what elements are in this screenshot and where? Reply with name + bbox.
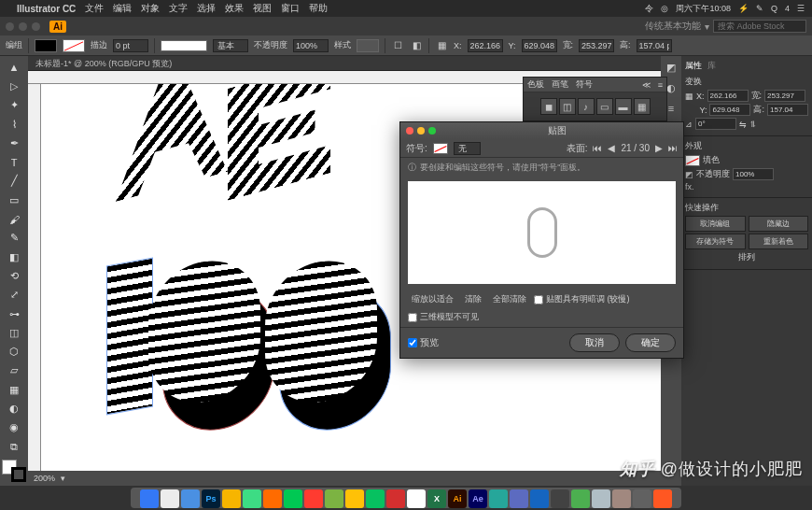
prev-surface-icon[interactable]: ◀ xyxy=(608,143,615,153)
status-input-icon[interactable]: ◎ xyxy=(661,4,668,13)
stock-search-input[interactable] xyxy=(713,20,806,33)
pencil-tool[interactable]: ✎ xyxy=(2,230,26,247)
dock-app-icon[interactable] xyxy=(653,489,672,508)
dock-app-icon[interactable] xyxy=(325,489,343,508)
ok-button[interactable]: 确定 xyxy=(625,333,676,352)
dock-app-icon[interactable] xyxy=(222,489,241,508)
ruler-vertical[interactable] xyxy=(28,84,41,471)
traffic-lights[interactable] xyxy=(6,22,40,31)
menu-select[interactable]: 选择 xyxy=(197,2,216,15)
profile-dropdown[interactable]: 基本 xyxy=(213,39,248,52)
first-surface-icon[interactable]: ⏮ xyxy=(593,143,602,153)
flip-h-icon[interactable]: ⇋ xyxy=(739,120,747,129)
selection-tool[interactable]: ▲ xyxy=(2,59,26,76)
tab-brushes[interactable]: 画笔 xyxy=(552,78,568,91)
eraser-tool[interactable]: ◧ xyxy=(2,248,26,265)
preview-checkbox[interactable]: 预览 xyxy=(408,336,439,349)
menu-view[interactable]: 视图 xyxy=(253,2,272,15)
sym-btn[interactable]: ◫ xyxy=(559,98,576,115)
invisible-checkbox[interactable]: 三维模型不可见 xyxy=(408,311,479,323)
recolor-button[interactable]: 重新着色 xyxy=(749,234,809,249)
free-transform-tool[interactable]: ◫ xyxy=(2,324,26,341)
y-input[interactable] xyxy=(522,39,557,52)
shape-builder-tool[interactable]: ⬡ xyxy=(2,343,26,360)
zoom-level[interactable]: 200% xyxy=(34,474,55,483)
prev-icon[interactable]: ≪ xyxy=(642,80,651,90)
sym-btn[interactable]: ▭ xyxy=(596,98,613,115)
dock-app-icon[interactable] xyxy=(633,489,651,508)
opacity-input[interactable] xyxy=(293,39,329,52)
fill-swatch[interactable] xyxy=(35,39,57,52)
appearance-opacity-input[interactable] xyxy=(733,168,774,180)
status-menu-icon[interactable]: ☰ xyxy=(797,4,805,13)
clear-button[interactable]: 清除 xyxy=(461,291,485,307)
hide-edges-button[interactable]: 隐藏边 xyxy=(749,216,809,232)
next-surface-icon[interactable]: ▶ xyxy=(655,143,663,153)
x-input[interactable] xyxy=(468,39,503,52)
tab-swatches[interactable]: 色板 xyxy=(527,78,544,91)
type-tool[interactable]: T xyxy=(2,153,26,170)
panel-y-input[interactable] xyxy=(709,104,750,116)
dock-app-icon[interactable] xyxy=(551,489,569,508)
sym-btn[interactable]: ▬ xyxy=(615,98,632,115)
dock-app-icon[interactable] xyxy=(366,489,385,508)
reference-point-icon[interactable]: ▦ xyxy=(685,92,693,101)
status-clock[interactable]: 周六下午10:08 xyxy=(676,3,731,15)
dock-app-icon[interactable] xyxy=(510,489,528,508)
app-name[interactable]: Illustrator CC xyxy=(17,4,76,14)
panel-angle-input[interactable] xyxy=(695,118,736,130)
dock-app-icon[interactable]: X xyxy=(427,489,446,508)
direct-selection-tool[interactable]: ▷ xyxy=(2,78,26,94)
w-input[interactable] xyxy=(579,39,614,52)
dock-app-icon[interactable]: Ai xyxy=(448,489,467,508)
dock-app-icon[interactable] xyxy=(263,489,282,508)
stroke-swatch[interactable] xyxy=(63,39,85,52)
document-tab[interactable]: 未标题-1* @ 200% (RGB/GPU 预览) xyxy=(28,56,661,71)
status-bolt-icon[interactable]: ⚡ xyxy=(738,4,749,13)
shade-checkbox[interactable]: 贴图具有明暗调 (较慢) xyxy=(534,293,630,305)
transform-icon[interactable]: ◧ xyxy=(410,39,423,52)
width-tool[interactable]: ⊶ xyxy=(2,305,26,322)
dock-app-icon[interactable] xyxy=(304,489,323,508)
pen-tool[interactable]: ✒ xyxy=(2,135,26,151)
menu-type[interactable]: 文字 xyxy=(169,2,188,15)
lasso-tool[interactable]: ⌇ xyxy=(2,116,26,133)
panel-icon[interactable]: ◩ xyxy=(664,60,679,75)
panel-h-input[interactable] xyxy=(767,104,808,116)
fx-label[interactable]: fx. xyxy=(685,182,694,191)
chevron-down-icon[interactable]: ▾ xyxy=(61,474,65,483)
panel-menu-icon[interactable]: ≡ xyxy=(658,80,663,90)
save-symbol-button[interactable]: 存储为符号 xyxy=(685,234,746,249)
dock-app-icon[interactable] xyxy=(386,489,405,508)
reference-point-icon[interactable]: ▦ xyxy=(435,39,448,52)
cancel-button[interactable]: 取消 xyxy=(569,333,620,352)
dock-app-icon[interactable] xyxy=(612,489,631,508)
sym-btn[interactable]: ♪ xyxy=(578,98,595,115)
dock-app-icon[interactable] xyxy=(571,489,590,508)
dock-app-icon[interactable] xyxy=(243,489,261,508)
dock-app-icon[interactable] xyxy=(530,489,549,508)
align-icon[interactable]: ☐ xyxy=(391,39,404,52)
menu-edit[interactable]: 编辑 xyxy=(113,2,132,15)
stroke-weight-input[interactable] xyxy=(113,39,148,52)
appearance-fill-swatch[interactable] xyxy=(685,155,700,166)
blend-tool[interactable]: ⧉ xyxy=(2,438,26,455)
arrange-label[interactable]: 排列 xyxy=(738,251,755,263)
menu-help[interactable]: 帮助 xyxy=(309,2,328,15)
menu-window[interactable]: 窗口 xyxy=(281,2,300,15)
tab-libraries[interactable]: 库 xyxy=(707,60,716,72)
symbols-mini-panel[interactable]: 色板 画笔 符号 ≪ ≡ ◼ ◫ ♪ ▭ ▬ ▦ xyxy=(523,77,667,121)
style-swatch[interactable] xyxy=(357,39,379,52)
menu-file[interactable]: 文件 xyxy=(85,2,104,15)
dock-app-icon[interactable] xyxy=(181,489,200,508)
sym-btn[interactable]: ◼ xyxy=(540,98,557,115)
scale-tool[interactable]: ⤢ xyxy=(2,287,26,304)
clear-all-button[interactable]: 全部清除 xyxy=(489,291,530,307)
dock-app-icon[interactable] xyxy=(407,489,426,508)
rotate-tool[interactable]: ⟲ xyxy=(2,267,26,284)
status-notif-count[interactable]: 4 xyxy=(785,4,790,13)
dialog-preview[interactable] xyxy=(408,181,676,284)
symbol-swatch[interactable] xyxy=(433,143,448,154)
dock-app-icon[interactable] xyxy=(284,489,302,508)
dock-app-icon[interactable] xyxy=(161,489,179,508)
